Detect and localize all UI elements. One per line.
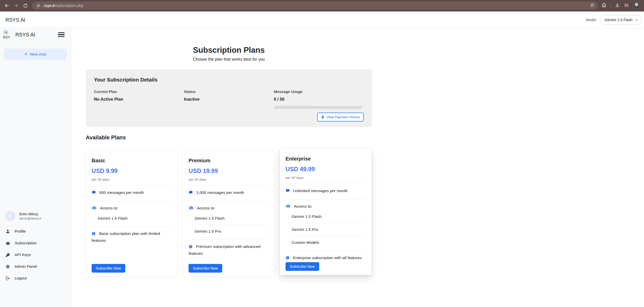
receipt-icon bbox=[321, 115, 325, 119]
hamburger-menu-icon[interactable] bbox=[58, 31, 65, 38]
plan-models-list: Gemini 1.5 Flash Gemini 1.5 Pro bbox=[195, 212, 269, 235]
plus-icon: + bbox=[24, 51, 28, 57]
plan-models-list: Gemini 1.5 Flash Gemini 1.5 Pro Custom M… bbox=[292, 210, 366, 246]
user-email: demo@demo.tr bbox=[19, 217, 41, 220]
plan-access-label: Access to: bbox=[100, 206, 118, 210]
sidebar-menu: Profile Subscription API Keys Admin Pane… bbox=[0, 225, 71, 284]
browser-profile-avatar[interactable] bbox=[633, 2, 640, 9]
user-name: Eren Akkuş bbox=[19, 212, 41, 216]
model-label: Model: bbox=[586, 18, 597, 22]
plan-access-feature: Access to: Gemini 1.5 Flash Gemini 1.5 P… bbox=[189, 205, 269, 235]
chevron-down-icon bbox=[635, 18, 638, 22]
plan-card-basic: Basic USD 9.99 per 30 days 500 messages … bbox=[86, 151, 178, 277]
downloads-icon[interactable] bbox=[615, 3, 620, 9]
plan-price: USD 9.99 bbox=[92, 168, 172, 175]
model-item: Gemini 1.5 Flash bbox=[98, 212, 172, 222]
plan-description: Premium subscription with advanced featu… bbox=[189, 243, 269, 257]
plan-name: Premium bbox=[189, 158, 269, 164]
app-title: RSYS AI bbox=[5, 17, 25, 23]
url-bar[interactable]: rsys.tr/subscription.php bbox=[32, 2, 598, 10]
plan-name: Basic bbox=[92, 158, 172, 164]
plan-period: per 30 days bbox=[286, 176, 366, 180]
subscription-details-card: Your Subscription Details Current Plan N… bbox=[86, 70, 372, 127]
plan-card-enterprise: Enterprise USD 49.99 per 30 days Unlimit… bbox=[280, 149, 372, 275]
reload-icon[interactable] bbox=[21, 2, 29, 9]
media-queue-icon[interactable] bbox=[624, 3, 629, 9]
sidebar-item-api-keys[interactable]: API Keys bbox=[0, 249, 71, 261]
plan-messages-feature: Unlimited messages per month bbox=[286, 187, 366, 195]
main-content: Subscription Plans Choose the plan that … bbox=[71, 29, 644, 307]
plan-messages-text: 500 messages per month bbox=[99, 190, 144, 195]
sidebar-item-label: Logout bbox=[15, 276, 27, 281]
plan-name: Enterprise bbox=[286, 156, 366, 162]
broken-logo-image-icon: RSY bbox=[3, 30, 13, 39]
site-controls-icon[interactable] bbox=[35, 3, 41, 9]
robot-icon bbox=[286, 204, 291, 210]
sidebar-brand: RSYS AI bbox=[15, 32, 35, 38]
plan-access-label: Access to: bbox=[294, 204, 312, 208]
plan-description: Enterprise subscription with all feature… bbox=[286, 254, 366, 262]
chrome-toolbar bbox=[601, 2, 641, 9]
status-label: Status bbox=[184, 89, 274, 94]
new-chat-button[interactable]: + New chat bbox=[4, 49, 67, 60]
sidebar-user: E Eren Akkuş demo@demo.tr bbox=[5, 211, 41, 221]
plans-row: Basic USD 9.99 per 30 days 500 messages … bbox=[86, 151, 372, 277]
crown-icon bbox=[5, 241, 10, 246]
app-header: RSYS AI Model: Gemini 1.5 Flash bbox=[0, 11, 644, 29]
sidebar-item-label: Admin Panel bbox=[15, 264, 37, 269]
plan-access-label: Access to: bbox=[197, 206, 215, 210]
sidebar-item-logout[interactable]: Logout bbox=[0, 272, 71, 284]
url-host: rsys.tr bbox=[44, 4, 55, 8]
current-plan-label: Current Plan bbox=[94, 89, 184, 94]
plan-card-premium: Premium USD 19.99 per 30 days 2,000 mess… bbox=[183, 151, 275, 277]
subscribe-button[interactable]: Subscribe Now bbox=[189, 264, 222, 273]
extensions-icon[interactable] bbox=[601, 3, 607, 9]
plan-access-feature: Access to: Gemini 1.5 Flash bbox=[92, 205, 172, 222]
plan-price: USD 49.99 bbox=[286, 166, 366, 173]
usage-value: 0 / 50 bbox=[274, 97, 364, 102]
sidebar-item-admin-panel[interactable]: Admin Panel bbox=[0, 261, 71, 272]
sidebar-item-label: Profile bbox=[15, 229, 26, 234]
sidebar-item-label: API Keys bbox=[15, 252, 31, 257]
robot-icon bbox=[92, 205, 97, 212]
subscribe-button[interactable]: Subscribe Now bbox=[286, 262, 319, 271]
info-icon bbox=[189, 244, 193, 250]
current-plan-column: Current Plan No Active Plan bbox=[94, 89, 184, 109]
subscribe-button[interactable]: Subscribe Now bbox=[92, 264, 125, 273]
back-icon[interactable] bbox=[3, 2, 11, 9]
sidebar-item-subscription[interactable]: Subscription bbox=[0, 237, 71, 249]
gear-icon bbox=[5, 264, 10, 269]
model-select[interactable]: Gemini 1.5 Flash bbox=[600, 15, 642, 25]
usage-progress-bar bbox=[274, 106, 362, 109]
chat-bubble-icon bbox=[92, 190, 96, 196]
plan-description-text: Basic subscription plan with limited fea… bbox=[92, 231, 160, 243]
view-payment-history-button[interactable]: View Payment History bbox=[317, 113, 364, 122]
model-item: Gemini 1.5 Pro bbox=[292, 223, 366, 233]
url-path: /subscription.php bbox=[55, 4, 83, 8]
plan-messages-feature: 2,000 messages per month bbox=[189, 189, 269, 197]
usage-column: Message Usage 0 / 50 bbox=[274, 89, 364, 109]
model-item: Gemini 1.5 Pro bbox=[195, 225, 269, 235]
page-title: Subscription Plans bbox=[86, 45, 372, 55]
status-value: Inactive bbox=[184, 97, 274, 102]
details-heading: Your Subscription Details bbox=[94, 77, 364, 83]
robot-icon bbox=[189, 205, 194, 212]
browser-chrome: rsys.tr/subscription.php bbox=[0, 0, 644, 11]
plan-messages-feature: 500 messages per month bbox=[92, 189, 172, 197]
plan-messages-text: Unlimited messages per month bbox=[293, 189, 348, 193]
model-item: Gemini 1.5 Flash bbox=[292, 210, 366, 220]
sidebar-item-profile[interactable]: Profile bbox=[0, 225, 71, 237]
url-text: rsys.tr/subscription.php bbox=[44, 4, 83, 8]
model-item: Gemini 1.5 Flash bbox=[195, 212, 269, 222]
plan-messages-text: 2,000 messages per month bbox=[196, 190, 244, 195]
chat-bubble-icon bbox=[189, 190, 193, 196]
user-icon bbox=[5, 229, 10, 234]
forward-icon[interactable] bbox=[12, 2, 20, 9]
plan-price: USD 19.99 bbox=[189, 168, 269, 175]
bookmark-star-icon[interactable] bbox=[590, 3, 595, 9]
sidebar-header: RSY RSYS AI bbox=[0, 27, 71, 42]
plan-description-text: Premium subscription with advanced featu… bbox=[189, 244, 260, 256]
new-chat-label: New chat bbox=[30, 52, 46, 57]
current-plan-value: No Active Plan bbox=[94, 97, 184, 102]
plan-period: per 30 days bbox=[189, 178, 269, 181]
